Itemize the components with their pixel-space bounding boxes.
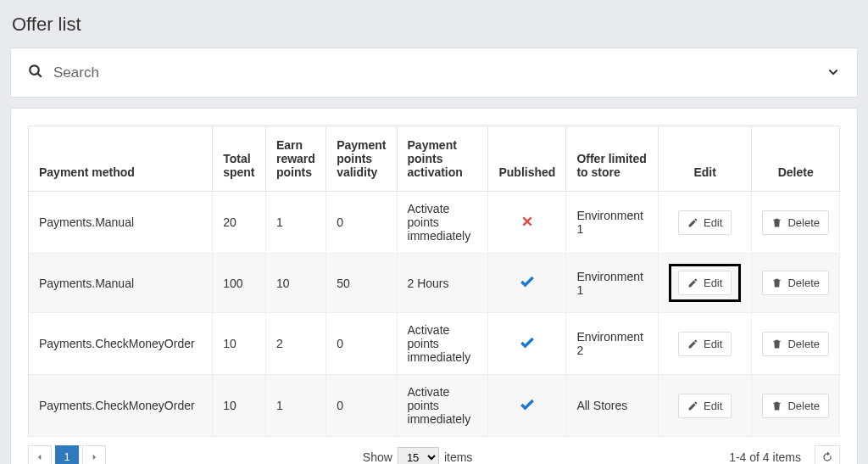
col-delete: Delete xyxy=(752,126,840,192)
pencil-icon xyxy=(687,277,698,288)
table-row: Payments.CheckMoneyOrder1010Activate poi… xyxy=(29,375,840,437)
pager: 1 Show 15 items 1-4 of 4 items xyxy=(28,445,840,464)
svg-point-0 xyxy=(30,65,39,75)
pager-page-1[interactable]: 1 xyxy=(55,445,79,464)
search-label: Search xyxy=(53,64,99,81)
cell-payment-method: Payments.CheckMoneyOrder xyxy=(29,375,213,437)
cell-payment-points-activation: Activate points immediately xyxy=(397,375,488,437)
svg-marker-5 xyxy=(93,455,96,461)
pencil-icon xyxy=(687,338,698,349)
col-published[interactable]: Published xyxy=(488,126,566,192)
cell-total-spent: 10 xyxy=(213,375,266,437)
col-earn-reward-points[interactable]: Earn reward points xyxy=(265,126,326,192)
cell-earn-reward-points: 10 xyxy=(265,254,326,313)
edit-button-label: Edit xyxy=(704,216,722,229)
cell-published xyxy=(488,254,566,313)
cell-total-spent: 10 xyxy=(213,313,266,375)
cross-icon xyxy=(520,217,534,231)
cell-edit: Edit xyxy=(658,192,751,254)
cell-edit: Edit xyxy=(658,375,751,437)
cell-earn-reward-points: 1 xyxy=(265,192,326,254)
table-row: Payments.Manual2010Activate points immed… xyxy=(29,192,840,254)
table-header-row: Payment method Total spent Earn reward p… xyxy=(29,126,840,192)
cell-delete: Delete xyxy=(752,192,840,254)
delete-button[interactable]: Delete xyxy=(762,271,829,295)
delete-button[interactable]: Delete xyxy=(762,210,829,235)
search-icon xyxy=(28,64,43,81)
col-total-spent[interactable]: Total spent xyxy=(213,126,266,192)
col-edit: Edit xyxy=(658,126,751,192)
page-title: Offer list xyxy=(10,8,858,48)
cell-delete: Delete xyxy=(752,254,840,313)
cell-total-spent: 20 xyxy=(213,192,266,254)
cell-delete: Delete xyxy=(752,375,840,437)
cell-payment-method: Payments.Manual xyxy=(29,254,213,313)
edit-button[interactable]: Edit xyxy=(678,394,732,418)
grid-panel: Payment method Total spent Earn reward p… xyxy=(10,108,858,464)
trash-icon xyxy=(771,338,782,349)
refresh-button[interactable] xyxy=(815,445,840,464)
table-row: Payments.CheckMoneyOrder1020Activate poi… xyxy=(29,313,840,375)
col-offer-limited[interactable]: Offer limited to store xyxy=(566,126,659,192)
cell-payment-points-validity: 0 xyxy=(326,375,397,437)
cell-published xyxy=(488,375,566,437)
edit-button[interactable]: Edit xyxy=(678,332,732,356)
cell-delete: Delete xyxy=(752,313,840,375)
cell-published xyxy=(488,313,566,375)
check-icon xyxy=(519,340,536,354)
delete-button-label: Delete xyxy=(787,400,820,412)
col-payment-points-activation[interactable]: Payment points activation xyxy=(397,126,488,192)
cell-total-spent: 100 xyxy=(213,254,266,313)
delete-button-label: Delete xyxy=(787,277,820,289)
cell-payment-points-activation: Activate points immediately xyxy=(397,192,488,254)
col-payment-method[interactable]: Payment method xyxy=(29,126,213,192)
cell-payment-points-validity: 0 xyxy=(326,313,397,375)
chevron-down-icon xyxy=(826,64,840,81)
edit-button-label: Edit xyxy=(704,400,722,412)
cell-offer-limited: Environment 1 xyxy=(566,192,659,254)
pencil-icon xyxy=(687,400,698,411)
pager-show-suffix: items xyxy=(444,450,472,464)
edit-button-label: Edit xyxy=(704,277,722,289)
cell-offer-limited: Environment 1 xyxy=(566,254,659,313)
cell-payment-method: Payments.Manual xyxy=(29,192,213,254)
cell-payment-points-activation: Activate points immediately xyxy=(397,313,488,375)
svg-line-1 xyxy=(37,73,42,77)
cell-payment-method: Payments.CheckMoneyOrder xyxy=(29,313,213,375)
delete-button-label: Delete xyxy=(787,338,820,350)
offers-table: Payment method Total spent Earn reward p… xyxy=(28,126,840,437)
svg-marker-4 xyxy=(38,455,41,461)
cell-payment-points-activation: 2 Hours xyxy=(397,254,488,313)
edit-button-label: Edit xyxy=(704,338,722,350)
trash-icon xyxy=(771,400,782,411)
pager-prev[interactable] xyxy=(28,445,52,464)
check-icon xyxy=(519,402,536,416)
cell-earn-reward-points: 2 xyxy=(265,313,326,375)
cell-payment-points-validity: 0 xyxy=(326,192,397,254)
col-payment-points-validity[interactable]: Payment points validity xyxy=(326,126,397,192)
check-icon xyxy=(519,279,536,293)
edit-button[interactable]: Edit xyxy=(678,210,732,235)
pager-show-prefix: Show xyxy=(363,450,392,464)
cell-offer-limited: Environment 2 xyxy=(566,313,659,375)
trash-icon xyxy=(771,217,782,228)
table-row: Payments.Manual10010502 HoursEnvironment… xyxy=(29,254,840,313)
pager-next[interactable] xyxy=(82,445,106,464)
cell-offer-limited: All Stores xyxy=(566,375,659,437)
cell-edit: Edit xyxy=(658,254,751,313)
cell-published xyxy=(488,192,566,254)
pager-summary: 1-4 of 4 items xyxy=(729,450,801,464)
delete-button[interactable]: Delete xyxy=(762,332,829,356)
pencil-icon xyxy=(687,217,698,228)
edit-highlight: Edit xyxy=(669,264,741,302)
trash-icon xyxy=(771,277,782,288)
cell-payment-points-validity: 50 xyxy=(326,254,397,313)
search-toggle[interactable]: Search xyxy=(11,48,857,97)
edit-button[interactable]: Edit xyxy=(678,271,732,295)
delete-button-label: Delete xyxy=(787,216,820,229)
search-panel: Search xyxy=(10,48,858,98)
cell-earn-reward-points: 1 xyxy=(265,375,326,437)
pager-page-size[interactable]: 15 xyxy=(398,447,439,465)
cell-edit: Edit xyxy=(658,313,751,375)
delete-button[interactable]: Delete xyxy=(762,394,829,418)
